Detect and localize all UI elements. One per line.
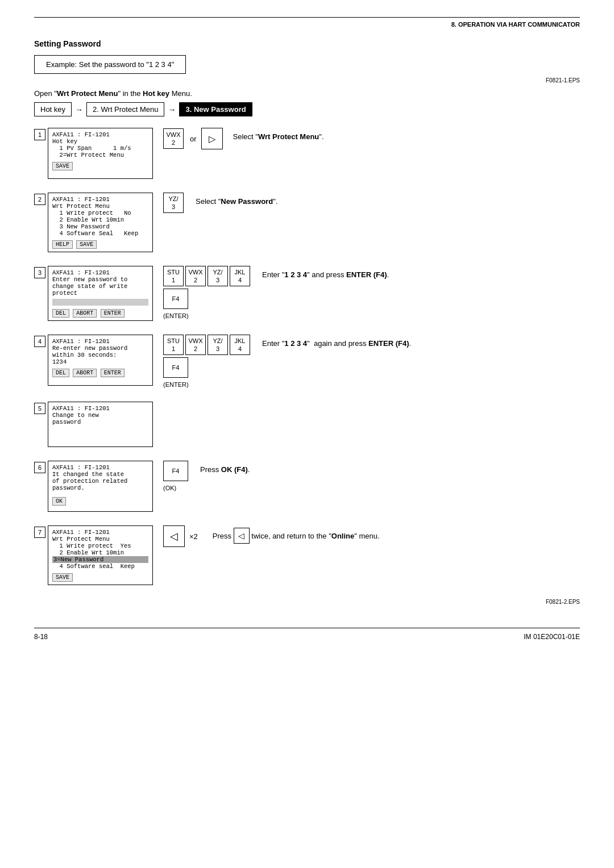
step-4-screen: AXFA11 : FI-1201 Re-enter new password w… xyxy=(48,335,153,386)
step-7: 7 AXFA11 : FI-1201 Wrt Protect Menu 1 Wr… xyxy=(34,525,580,585)
enter-label-3: (ENTER) xyxy=(163,312,189,319)
step-3-keys: STU1 VWX2 YZ/3 JKL4 F4 (ENTER) xyxy=(163,266,252,319)
step-4-keys: STU1 VWX2 YZ/3 JKL4 F4 (ENTER) xyxy=(163,335,252,388)
step-2-number: 2 xyxy=(34,194,45,205)
nav-hotkey: Hot key xyxy=(34,102,72,116)
step-3-enter-btn: ENTER xyxy=(101,309,125,318)
step-2-help-btn: HELP xyxy=(52,240,73,249)
key-jkl-4: JKL4 xyxy=(230,266,250,286)
enter-label-4: (ENTER) xyxy=(163,381,189,388)
example-box: Example: Set the password to "1 2 3 4" xyxy=(34,55,186,74)
back-arrow-inline: ◁ xyxy=(234,528,250,544)
page-footer: 8-18 IM 01E20C01-01E xyxy=(34,628,580,641)
step-6: 6 AXFA11 : FI-1201 It changed the state … xyxy=(34,461,580,512)
ok-label-6: (OK) xyxy=(163,485,176,491)
key-vwx-2c: VWX2 xyxy=(185,335,206,355)
step-3-instruction: Enter "1 2 3 4" and press ENTER (F4). xyxy=(262,266,580,279)
hotkey-ref: Hot key xyxy=(143,89,169,98)
section-label: 8. OPERATION VIA HART COMMUNICATOR xyxy=(451,21,580,28)
back-arrow-btn: ◁ xyxy=(163,525,185,547)
step-7-save-btn: SAVE xyxy=(52,573,73,582)
step-3: 3 AXFA11 : FI-1201 Enter new password to… xyxy=(34,266,580,321)
step-6-number: 6 xyxy=(34,462,45,473)
step-4-instruction: Enter "1 2 3 4" again and press ENTER (F… xyxy=(262,335,580,348)
example-ref: F0821-1.EPS xyxy=(34,77,580,84)
key-f4-ok: F4 xyxy=(163,461,188,481)
step-2-keys: YZ/ 3 xyxy=(163,193,185,215)
step-2-save-btn: SAVE xyxy=(76,240,97,249)
key-f4-enter-2: F4 xyxy=(163,357,188,378)
key-jkl-4b: JKL4 xyxy=(230,335,250,355)
step-4-del-btn: DEL xyxy=(52,369,69,377)
step-7-screen: AXFA11 : FI-1201 Wrt Protect Menu 1 Writ… xyxy=(48,525,153,585)
key-f4-enter: F4 xyxy=(163,289,188,309)
x2-label: ×2 xyxy=(189,532,198,541)
key-yz-3b: YZ/3 xyxy=(208,266,228,286)
step-3-abort-btn: ABORT xyxy=(73,309,97,318)
page-header: 8. OPERATION VIA HART COMMUNICATOR xyxy=(34,17,580,28)
step-5-number: 5 xyxy=(34,403,45,414)
nav-arrow-1: → xyxy=(75,105,83,114)
step-7-instruction: Press ◁ twice, and return to the "Online… xyxy=(213,525,580,544)
nav-wrt-protect: 2. Wrt Protect Menu xyxy=(86,102,164,116)
step-3-del-btn: DEL xyxy=(52,309,69,318)
key-stu-1: STU1 xyxy=(163,266,184,286)
nav-new-password: 3. New Password xyxy=(179,102,252,116)
nav-bar: Hot key → 2. Wrt Protect Menu → 3. New P… xyxy=(34,102,580,116)
step-6-screen: AXFA11 : FI-1201 It changed the state of… xyxy=(48,461,153,512)
key-vwx-2: VWX 2 xyxy=(163,128,184,149)
step-4-enter-btn: ENTER xyxy=(101,369,125,377)
step-5-screen: AXFA11 : FI-1201 Change to new password xyxy=(48,402,153,447)
step-1-number: 1 xyxy=(34,129,45,140)
step-3-screen: AXFA11 : FI-1201 Enter new password to c… xyxy=(48,266,153,321)
step-6-instruction: Press OK (F4). xyxy=(200,461,580,474)
step-6-keys: F4 (OK) xyxy=(163,461,190,491)
footer-page: 8-18 xyxy=(34,633,48,641)
key-yz-3c: YZ/3 xyxy=(208,335,228,355)
step-7-keys: ◁ ×2 xyxy=(163,525,202,549)
step-5: 5 AXFA11 : FI-1201 Change to new passwor… xyxy=(34,402,580,447)
section-title: Setting Password xyxy=(34,39,580,48)
step-1-instruction: Select "Wrt Protect Menu". xyxy=(233,128,580,141)
footer-doc: IM 01E20C01-01E xyxy=(524,633,580,641)
arrow-right-btn-1: ▷ xyxy=(201,128,223,149)
step-1: 1 AXFA11 : FI-1201 Hot key 1 PV Span 1 m… xyxy=(34,128,580,179)
step-2-instruction: Select "New Password". xyxy=(196,193,580,206)
step-2: 2 AXFA11 : FI-1201 Wrt Protect Menu 1 Wr… xyxy=(34,193,580,252)
key-yz-3: YZ/ 3 xyxy=(163,193,184,213)
step-3-number: 3 xyxy=(34,267,45,278)
step-4-abort-btn: ABORT xyxy=(73,369,97,377)
step-2-screen: AXFA11 : FI-1201 Wrt Protect Menu 1 Writ… xyxy=(48,193,153,252)
steps-container: 1 AXFA11 : FI-1201 Hot key 1 PV Span 1 m… xyxy=(34,128,580,585)
step-5-instruction xyxy=(219,402,580,406)
step-1-screen: AXFA11 : FI-1201 Hot key 1 PV Span 1 m/s… xyxy=(48,128,153,179)
key-stu-1b: STU1 xyxy=(163,335,184,355)
step-4: 4 AXFA11 : FI-1201 Re-enter new password… xyxy=(34,335,580,388)
open-instruction: Open "Wrt Protect Menu" in the Hot key M… xyxy=(34,89,580,98)
step-1-save-btn: SAVE xyxy=(52,162,73,170)
key-vwx-2b: VWX2 xyxy=(185,266,206,286)
step-1-keys: VWX 2 or ▷ xyxy=(163,128,223,152)
wrt-protect-menu-ref: Wrt Protect Menu xyxy=(57,89,118,98)
step-6-ok-btn: OK xyxy=(52,497,66,506)
step-7-number: 7 xyxy=(34,527,45,538)
nav-arrow-2: → xyxy=(168,105,176,114)
footer-ref-2: F0821-2.EPS xyxy=(34,599,580,605)
step-4-number: 4 xyxy=(34,336,45,347)
or-label-1: or xyxy=(190,135,197,143)
